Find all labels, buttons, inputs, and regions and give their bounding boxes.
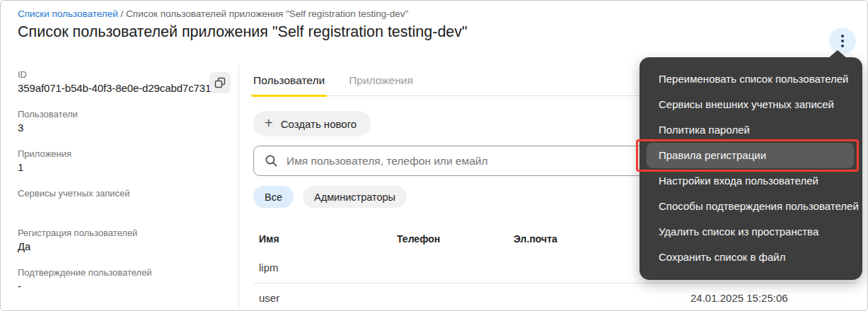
detail-field-account-services: Сервисы учетных записей <box>18 187 230 214</box>
field-label: Регистрация пользователей <box>18 227 230 239</box>
menu-item-registration-rules[interactable]: Правила регистрации <box>647 143 854 168</box>
details-panel: ID 359af071-b54b-40f3-8e0e-d29cabd7c731 … <box>18 69 230 306</box>
menu-item-delete-list[interactable]: Удалить список из пространства <box>640 219 862 245</box>
table-row[interactable]: user 24.01.2025 15:25:06 <box>253 283 857 311</box>
cell-name: user <box>259 292 397 304</box>
field-value <box>18 199 230 214</box>
breadcrumb-link-user-lists[interactable]: Списки пользователей <box>18 8 118 19</box>
field-value: 1 <box>18 160 230 175</box>
field-value: 3 <box>18 120 230 135</box>
detail-field-id: ID 359af071-b54b-40f3-8e0e-d29cabd7c731 <box>18 69 230 95</box>
menu-item-confirmation-methods[interactable]: Способы подтверждения пользователей <box>640 194 862 219</box>
plus-icon: + <box>265 116 273 130</box>
field-label: Подтверждение пользователей <box>18 266 230 278</box>
create-user-label: Создать нового <box>281 118 357 130</box>
copy-id-button[interactable] <box>209 72 231 93</box>
menu-item-rename-list[interactable]: Переименовать список пользователей <box>640 66 862 92</box>
column-header-phone: Телефон <box>397 233 514 245</box>
field-label: Пользователи <box>18 108 230 120</box>
copy-icon <box>214 77 226 88</box>
breadcrumb: Списки пользователей / Список пользовате… <box>18 8 408 19</box>
field-label: Сервисы учетных записей <box>18 187 230 199</box>
detail-field-confirmation: Подтверждение пользователей - <box>18 266 230 293</box>
field-label: ID <box>18 69 230 81</box>
cell-name: lipm <box>259 262 397 274</box>
column-header-name: Имя <box>259 233 397 245</box>
tab-users[interactable]: Пользователи <box>253 74 325 95</box>
menu-caret-icon <box>828 50 847 58</box>
field-value: Да <box>18 239 230 254</box>
breadcrumb-current: Список пользователей приложения "Self re… <box>126 8 408 19</box>
field-value: - <box>18 278 230 293</box>
panel-divider <box>238 66 239 309</box>
user-list-page: Списки пользователей / Список пользовате… <box>0 0 868 311</box>
detail-field-applications: Приложения 1 <box>18 148 230 175</box>
filter-chip-admins[interactable]: Администраторы <box>303 186 407 208</box>
field-label: Приложения <box>18 148 230 160</box>
menu-item-password-policy[interactable]: Политика паролей <box>640 117 862 143</box>
filter-chip-all[interactable]: Все <box>253 186 294 208</box>
menu-item-login-settings[interactable]: Настройки входа пользователей <box>640 168 862 194</box>
breadcrumb-separator: / <box>121 8 124 19</box>
detail-field-registration: Регистрация пользователей Да <box>18 227 230 254</box>
detail-field-users: Пользователи 3 <box>18 108 230 135</box>
menu-item-save-list-to-file[interactable]: Сохранить список в файл <box>640 245 862 270</box>
context-menu: Переименовать список пользователей Серви… <box>640 57 862 280</box>
search-icon <box>265 154 278 168</box>
menu-item-external-account-services[interactable]: Сервисы внешних учетных записей <box>640 92 862 117</box>
create-user-button[interactable]: + Создать нового <box>253 111 371 136</box>
cell-date: 24.01.2025 15:25:06 <box>690 292 857 304</box>
field-value: 359af071-b54b-40f3-8e0e-d29cabd7c731 <box>18 81 230 95</box>
tab-applications[interactable]: Приложения <box>349 74 413 95</box>
kebab-menu-icon <box>841 35 844 47</box>
filter-chips: Все Администраторы <box>253 186 407 208</box>
page-title: Список пользователей приложения "Self re… <box>18 23 468 41</box>
